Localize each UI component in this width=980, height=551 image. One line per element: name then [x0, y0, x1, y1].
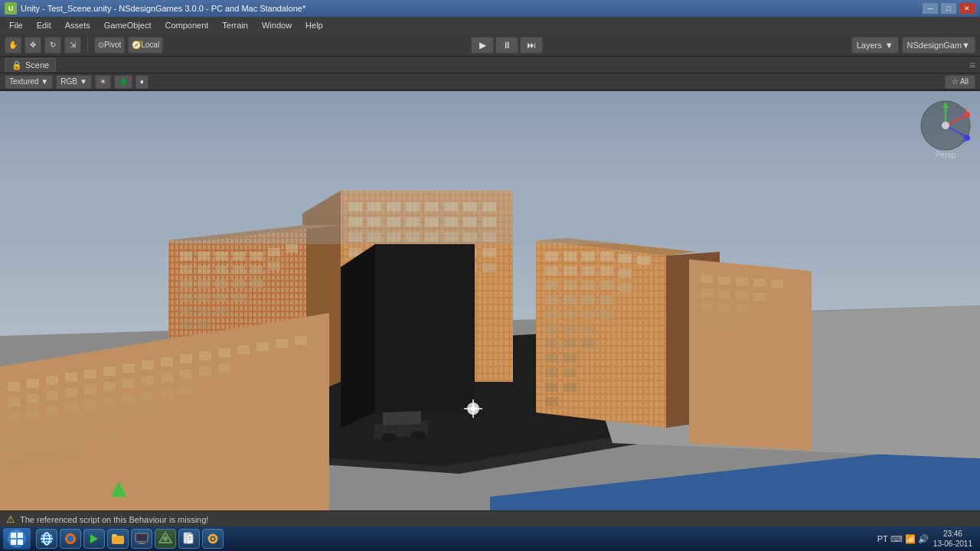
pivot-button[interactable]: ⊙ Pivot: [94, 37, 125, 54]
svg-rect-125: [564, 266, 577, 276]
viewport[interactable]: Y X Z Persp: [0, 91, 980, 510]
taskbar-settings-button[interactable]: [202, 529, 224, 549]
taskbar-ie-button[interactable]: [36, 529, 57, 549]
svg-rect-119: [564, 252, 577, 261]
channel-label: RGB: [60, 77, 77, 86]
channel-chevron-icon: ▼: [80, 77, 87, 86]
move-icon: ✥: [30, 41, 36, 49]
svg-marker-261: [90, 534, 98, 543]
svg-rect-171: [718, 318, 730, 326]
menu-terrain[interactable]: Terrain: [216, 19, 254, 31]
svg-rect-152: [545, 383, 558, 392]
menu-edit[interactable]: Edit: [31, 19, 57, 31]
svg-rect-140: [582, 310, 595, 319]
svg-rect-218: [142, 406, 154, 416]
svg-rect-191: [46, 391, 58, 400]
svg-rect-178: [103, 367, 116, 376]
scene-extra1-icon: ☀: [100, 77, 106, 86]
window-controls: ─ □ ✕: [922, 2, 975, 15]
svg-marker-157: [689, 259, 812, 451]
all-button[interactable]: ☆ All: [945, 75, 975, 89]
svg-rect-118: [545, 252, 558, 261]
menu-bar: File Edit Assets GameObject Component Te…: [0, 17, 980, 34]
close-button[interactable]: ✕: [959, 2, 975, 15]
svg-rect-126: [582, 266, 595, 276]
svg-rect-124: [545, 266, 558, 276]
rotate-tool-button[interactable]: ↻: [44, 37, 61, 54]
pivot-icon: ⊙: [98, 41, 104, 49]
layers-dropdown[interactable]: Layers ▼: [851, 37, 899, 54]
menu-component[interactable]: Component: [158, 19, 214, 31]
shading-dropdown[interactable]: Textured ▼: [5, 75, 53, 89]
svg-rect-271: [187, 534, 193, 543]
scene-extra2[interactable]: 🌲: [114, 75, 132, 89]
hand-tool-button[interactable]: ✋: [5, 37, 21, 54]
scene-extra3-icon: ♦: [140, 77, 144, 86]
svg-rect-148: [545, 354, 558, 363]
scene-extra1[interactable]: ☀: [95, 75, 111, 89]
svg-rect-221: [46, 437, 58, 446]
svg-rect-225: [8, 458, 20, 468]
svg-rect-168: [718, 304, 730, 312]
svg-rect-216: [103, 412, 116, 422]
svg-rect-175: [46, 376, 58, 385]
taskbar-unity-button[interactable]: [155, 529, 176, 549]
taskbar-media-button[interactable]: [83, 529, 105, 549]
minimize-button[interactable]: ─: [922, 2, 939, 15]
channel-dropdown[interactable]: RGB ▼: [56, 75, 92, 89]
svg-marker-74: [341, 244, 375, 428]
svg-rect-252: [11, 540, 16, 545]
scene-gizmo: Y X Z Persp: [919, 99, 972, 152]
svg-rect-149: [564, 354, 577, 363]
svg-point-232: [410, 431, 426, 440]
svg-rect-251: [18, 533, 23, 538]
svg-rect-153: [564, 383, 577, 392]
play-button[interactable]: ▶: [471, 37, 494, 54]
taskbar-folder-button[interactable]: [107, 529, 129, 549]
svg-rect-141: [600, 310, 613, 319]
svg-rect-201: [8, 412, 20, 422]
svg-rect-195: [122, 379, 135, 388]
clock[interactable]: 23:46 13-06-2011: [933, 529, 972, 549]
menu-window[interactable]: Window: [256, 19, 298, 31]
menu-file[interactable]: File: [3, 19, 29, 31]
svg-rect-151: [564, 368, 577, 377]
scene-canvas: [0, 91, 980, 510]
scene-panel: 🔒 Scene ≡ Textured ▼ RGB ▼ ☀ 🌲 ♦ ☆ All: [0, 57, 980, 91]
svg-rect-190: [27, 394, 39, 403]
svg-rect-163: [701, 289, 713, 297]
step-button[interactable]: ⏭: [520, 37, 543, 54]
menu-gameobject[interactable]: GameObject: [98, 19, 158, 31]
pause-button[interactable]: ⏸: [495, 37, 518, 54]
svg-rect-128: [619, 269, 632, 278]
menu-assets[interactable]: Assets: [59, 19, 96, 31]
nsdesign-dropdown[interactable]: NSdesignGam▼: [902, 37, 975, 54]
menu-help[interactable]: Help: [299, 19, 329, 31]
local-button[interactable]: 🧭 Local: [128, 37, 163, 54]
scene-extra3[interactable]: ♦: [136, 75, 149, 89]
taskbar-monitor-button[interactable]: [131, 529, 152, 549]
svg-rect-206: [103, 397, 116, 406]
scene-tab[interactable]: 🔒 Scene: [5, 58, 56, 72]
svg-rect-192: [65, 388, 77, 397]
maximize-button[interactable]: □: [940, 2, 957, 15]
svg-rect-170: [701, 316, 713, 324]
svg-text:X: X: [963, 106, 968, 114]
panel-options-icon[interactable]: ≡: [969, 59, 975, 71]
svg-rect-208: [142, 391, 154, 400]
move-tool-button[interactable]: ✥: [24, 37, 41, 54]
svg-rect-134: [545, 295, 558, 305]
scale-tool-button[interactable]: ⇲: [64, 37, 81, 54]
svg-rect-185: [237, 345, 250, 354]
unity-icon: U: [5, 2, 17, 15]
taskbar-firefox-button[interactable]: [60, 529, 81, 549]
svg-rect-182: [180, 354, 192, 364]
svg-point-236: [471, 406, 475, 411]
start-button[interactable]: [3, 528, 31, 549]
svg-rect-253: [18, 540, 23, 545]
svg-rect-135: [564, 295, 577, 305]
svg-rect-219: [8, 443, 20, 452]
svg-rect-205: [84, 400, 96, 409]
taskbar-files-button[interactable]: [178, 529, 200, 549]
scene-lock-icon: 🔒: [11, 60, 22, 70]
